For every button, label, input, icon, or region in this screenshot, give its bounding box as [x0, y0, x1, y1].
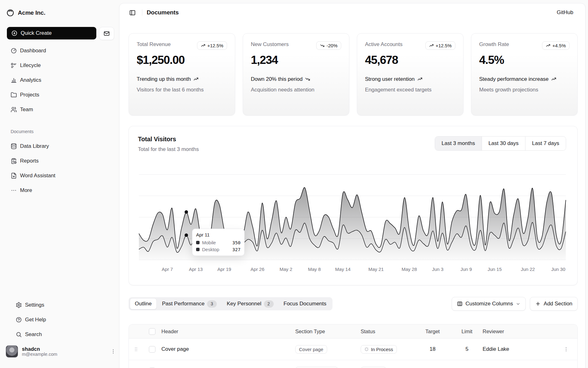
table-row-table-of-contents: Table of contentsTable of contentsDone29… — [129, 360, 577, 368]
sidebar-toggle-button[interactable] — [127, 7, 138, 18]
sidebar-item-word-assistant[interactable]: Word Assistant — [5, 169, 114, 182]
area-chart[interactable]: Apr 7Apr 13Apr 19Apr 26May 2May 8May 14M… — [136, 159, 569, 275]
sidebar-nav-main: DashboardLifecycleAnalyticsProjectsTeam — [5, 44, 114, 116]
stat-card-caption: Acquisition needs attention — [251, 86, 341, 94]
time-range-toggle: Last 3 monthsLast 30 daysLast 7 days — [435, 136, 566, 151]
trend-badge-value: +4.5% — [552, 43, 566, 48]
stat-card-label: Growth Rate — [479, 41, 509, 48]
sidebar-item-team[interactable]: Team — [5, 103, 114, 116]
status-badge: In Process — [361, 345, 397, 354]
series-swatch — [196, 248, 200, 251]
sidebar-nav-footer: SettingsGet HelpSearch — [10, 299, 109, 341]
sidebar-item-label: Get Help — [25, 317, 46, 323]
column-header-reviewer: Reviewer — [483, 329, 559, 334]
range-button-last-3-months[interactable]: Last 3 months — [435, 137, 482, 150]
trend-badge: +12.5% — [425, 41, 455, 50]
stat-card-value: 45,678 — [365, 54, 455, 67]
quick-create-button[interactable]: Quick Create — [7, 27, 96, 39]
x-axis-tick: Jun 30 — [551, 267, 565, 272]
more-icon — [11, 187, 17, 194]
add-section-button[interactable]: Add Section — [530, 297, 578, 311]
quick-create-label: Quick Create — [21, 30, 52, 36]
tab-outline[interactable]: Outline — [130, 298, 157, 309]
tooltip-series-row: Desktop327 — [196, 247, 241, 252]
x-axis-tick: May 8 — [308, 267, 321, 272]
active-point-dot — [185, 233, 188, 237]
sidebar: Acme Inc. Quick Create DashboardLifecycl… — [0, 0, 119, 368]
header-divider — [142, 9, 142, 16]
x-axis-tick: Apr 13 — [189, 267, 203, 272]
tab-label: Key Personnel — [227, 301, 261, 307]
select-all-checkbox[interactable] — [149, 328, 155, 335]
dashboard-icon — [11, 48, 17, 54]
user-menu[interactable]: shadcn m@example.com — [5, 345, 116, 358]
stat-card-value: 1,234 — [251, 54, 341, 67]
customize-columns-button[interactable]: Customize Columns — [452, 297, 526, 311]
github-link[interactable]: GitHub — [557, 9, 573, 16]
sidebar-item-label: Settings — [25, 302, 44, 308]
add-section-label: Add Section — [544, 301, 572, 307]
column-header-target: Target — [425, 329, 440, 334]
row-checkbox[interactable] — [149, 346, 155, 353]
settings-icon — [16, 302, 22, 308]
trending-up-icon — [551, 76, 556, 82]
sidebar-item-data-library[interactable]: Data Library — [5, 140, 114, 153]
inbox-button[interactable] — [99, 27, 114, 40]
status-label: In Process — [371, 347, 393, 352]
tab-label: Past Performance — [162, 301, 205, 307]
user-email: m@example.com — [22, 352, 57, 357]
stat-card-label: Active Accounts — [365, 41, 403, 48]
stat-card-label: New Customers — [251, 41, 289, 48]
tab-focus-documents[interactable]: Focus Documents — [279, 298, 331, 309]
workspace-switcher[interactable]: Acme Inc. — [6, 7, 114, 19]
tooltip-title: Apr 11 — [196, 232, 241, 237]
sidebar-item-lifecycle[interactable]: Lifecycle — [5, 59, 114, 72]
stat-card-growth-rate: Growth Rate+4.5%4.5%Steady performance i… — [471, 33, 578, 116]
trending-up-icon — [201, 43, 205, 48]
tooltip-series-row: Mobile350 — [196, 240, 241, 245]
stat-card-trend-line: Steady performance increase — [479, 75, 570, 83]
limit-cell[interactable]: 5 — [465, 346, 468, 352]
stat-card-new-customers: New Customers-20%1,234Down 20% this peri… — [243, 33, 349, 116]
sidebar-item-get-help[interactable]: Get Help — [10, 314, 109, 326]
range-button-last-30-days[interactable]: Last 30 days — [482, 137, 525, 150]
sidebar-item-label: Projects — [20, 92, 39, 98]
sidebar-item-search[interactable]: Search — [10, 328, 109, 341]
stat-card-caption: Meets growth projections — [479, 86, 570, 94]
sidebar-item-reports[interactable]: Reports — [5, 155, 114, 167]
tab-label: Focus Documents — [284, 301, 327, 307]
row-menu-icon[interactable] — [563, 346, 569, 352]
tab-past-performance[interactable]: Past Performance3 — [157, 298, 221, 309]
tab-count-badge: 3 — [207, 300, 217, 308]
stat-card-total-revenue: Total Revenue+12.5%$1,250.00Trending up … — [129, 33, 235, 116]
tab-count-badge: 2 — [264, 300, 274, 308]
ellipsis-vertical-icon[interactable] — [110, 349, 116, 354]
series-swatch — [196, 241, 200, 244]
range-button-last-7-days[interactable]: Last 7 days — [525, 137, 566, 150]
logo-icon — [6, 9, 14, 17]
reviewer-cell[interactable]: Eddie Lake — [483, 346, 559, 352]
trending-up-icon — [417, 76, 423, 82]
circle-plus-icon — [11, 30, 18, 36]
x-axis-tick: Jun 22 — [521, 267, 535, 272]
sidebar-item-analytics[interactable]: Analytics — [5, 74, 114, 86]
x-axis-tick: May 28 — [402, 267, 417, 272]
sidebar-nav-documents: Data LibraryReportsWord AssistantMore — [5, 140, 114, 197]
sidebar-item-projects[interactable]: Projects — [5, 89, 114, 101]
sidebar-item-more[interactable]: More — [5, 184, 114, 197]
sidebar-item-settings[interactable]: Settings — [10, 299, 109, 311]
x-axis-tick: May 21 — [368, 267, 384, 272]
sidebar-item-dashboard[interactable]: Dashboard — [5, 44, 114, 57]
stat-card-caption: Visitors for the last 6 months — [137, 86, 227, 94]
stat-card-value: $1,250.00 — [137, 54, 227, 67]
x-axis-tick: May 14 — [335, 267, 351, 272]
drag-handle-icon[interactable] — [133, 346, 139, 352]
row-header-cell[interactable]: Cover page — [161, 346, 295, 352]
target-cell[interactable]: 18 — [430, 346, 436, 352]
user-name: shadcn — [22, 346, 57, 352]
avatar — [6, 345, 18, 358]
trending-down-icon — [305, 76, 310, 82]
workspace-name: Acme Inc. — [18, 9, 45, 16]
tab-key-personnel[interactable]: Key Personnel2 — [222, 298, 278, 309]
trend-badge: -20% — [316, 41, 341, 50]
